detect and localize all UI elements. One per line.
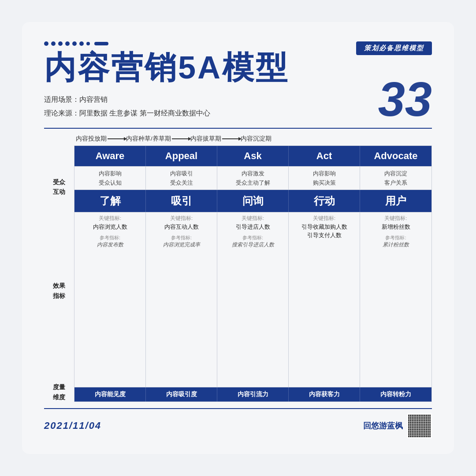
metrics-ask-ref-value: 搜索引导进店人数	[232, 241, 274, 249]
audience-ask: 内容激发受众主动了解	[217, 167, 289, 190]
meta-line-1: 适用场景：内容营销	[44, 93, 432, 106]
footer-brand: 回悠游蓝枫	[363, 420, 403, 431]
blue-mid-row: 了解 吸引 问询 行动 用户	[74, 190, 431, 212]
metrics-advocate-ref-value: 累计粉丝数	[383, 241, 409, 249]
bottom-blue-row: 内容能见度 内容吸引度 内容引流力 内容获客力 内容转粉力	[74, 387, 431, 402]
header-advocate: Advocate	[360, 146, 431, 166]
phase-4: 内容沉淀期	[241, 135, 271, 143]
rl-header-spacer	[44, 156, 74, 175]
dash-1	[94, 42, 108, 45]
arrow-3	[222, 138, 240, 139]
metrics-aware-ref-label: 参考指标:	[100, 234, 120, 241]
audience-ask-text: 内容激发受众主动了解	[236, 170, 270, 186]
metrics-advocate-value: 新增粉丝数	[382, 223, 410, 231]
dot-7	[86, 42, 90, 45]
arrow-2	[172, 138, 190, 139]
metrics-advocate-key-label: 关键指标:	[384, 215, 407, 222]
rl-ref-spacer	[44, 363, 74, 382]
metrics-appeal-value: 内容互动人数	[164, 223, 199, 231]
number-badge: 33	[378, 75, 432, 123]
dot-6	[79, 41, 84, 46]
blue-appeal: 吸引	[146, 190, 217, 212]
phase-1: 内容投放期	[76, 135, 107, 143]
footer-date: 2021/11/04	[44, 420, 101, 431]
meta-section: 适用场景：内容营销 理论来源：阿里数据 生意参谋 第一财经商业数据中心	[44, 93, 432, 120]
header-ask: Ask	[217, 146, 289, 166]
main-title: 内容营销5A模型	[44, 50, 432, 85]
metrics-appeal-key-label: 关键指标:	[170, 215, 193, 222]
metrics-ask-ref-label: 参考指标:	[242, 234, 263, 241]
audience-label-text: 受众互动	[53, 177, 65, 197]
blue-ask: 问询	[217, 190, 289, 212]
metrics-ask-key-label: 关键指标:	[242, 215, 264, 222]
effect-label-text: 效果指标	[53, 281, 65, 301]
audience-appeal-text: 内容吸引受众关注	[170, 170, 193, 186]
metrics-ask: 关键指标: 引导进店人数 参考指标: 搜索引导进店人数	[217, 212, 289, 387]
metrics-row: 关键指标: 内容浏览人数 参考指标: 内容发布数 关键指标: 内容互动人数 参考…	[74, 212, 431, 387]
metrics-aware-value: 内容浏览人数	[93, 223, 127, 231]
audience-row: 内容影响受众认知 内容吸引受众关注 内容激发受众主动了解 内容影响购买决策 内容…	[74, 166, 431, 190]
row-labels: 受众互动 效果指标 度量维度	[44, 145, 74, 402]
measure-label-text: 度量维度	[53, 382, 65, 402]
audience-appeal: 内容吸引受众关注	[146, 167, 217, 190]
arrow-1	[108, 138, 125, 139]
header-row: Aware Appeal Ask Act Advocate	[74, 146, 431, 166]
blue-act: 行动	[289, 190, 360, 212]
audience-advocate-text: 内容沉淀客户关系	[384, 170, 407, 186]
metrics-appeal-ref-label: 参考指标:	[171, 234, 192, 241]
audience-advocate: 内容沉淀客户关系	[360, 167, 431, 190]
metrics-act-value: 引导收藏加购人数 引导支付人数	[301, 223, 347, 240]
audience-aware-text: 内容影响受众认知	[99, 170, 122, 186]
main-table: Aware Appeal Ask Act Advocate 内容影响受众认知 内…	[74, 145, 432, 402]
qr-inner	[408, 414, 431, 437]
bottom-aware: 内容能见度	[74, 387, 146, 402]
footer: 2021/11/04 回悠游蓝枫	[44, 408, 432, 438]
bottom-advocate: 内容转粉力	[360, 387, 431, 402]
blue-advocate: 用户	[360, 190, 431, 212]
metrics-act-key-label: 关键指标:	[313, 215, 335, 222]
bottom-appeal: 内容吸引度	[146, 387, 217, 402]
qr-code	[407, 413, 432, 438]
footer-right: 回悠游蓝枫	[363, 413, 432, 438]
rl-blue-spacer	[44, 198, 74, 219]
rl-measure-label: 度量维度	[44, 382, 74, 402]
meta-line-2: 理论来源：阿里数据 生意参谋 第一财经商业数据中心	[44, 107, 432, 120]
metrics-advocate-ref-label: 参考指标:	[385, 234, 406, 241]
dot-2	[51, 41, 56, 46]
rl-phase-spacer	[44, 145, 74, 156]
audience-act: 内容影响购买决策	[289, 167, 360, 190]
dot-1	[44, 41, 48, 46]
phase-2: 内容种草/养草期	[126, 135, 171, 143]
bottom-act: 内容获客力	[289, 387, 360, 402]
audience-act-text: 内容影响购买决策	[313, 170, 336, 186]
metrics-appeal: 关键指标: 内容互动人数 参考指标: 内容浏览完成率	[146, 212, 217, 387]
main-card: 策划必备思维模型 内容营销5A模型 33 适用场景：内容营销 理论来源：阿里数据…	[22, 22, 454, 454]
header-act: Act	[289, 146, 360, 166]
header-appeal: Appeal	[146, 146, 217, 166]
header-aware: Aware	[74, 146, 146, 166]
metrics-advocate: 关键指标: 新增粉丝数 参考指标: 累计粉丝数	[360, 212, 431, 387]
phase-3: 内容拔草期	[190, 135, 221, 143]
metrics-aware-key-label: 关键指标:	[99, 215, 121, 222]
top-divider	[44, 128, 432, 129]
metrics-appeal-ref-value: 内容浏览完成率	[163, 241, 200, 249]
metrics-aware-ref-value: 内容发布数	[97, 241, 123, 249]
table-wrapper: 受众互动 效果指标 度量维度 Aware Appeal Ask Act Adv	[44, 145, 432, 402]
audience-aware: 内容影响受众认知	[74, 167, 146, 190]
dot-4	[65, 41, 70, 46]
dot-3	[58, 41, 63, 46]
top-badge: 策划必备思维模型	[356, 41, 432, 55]
dot-5	[72, 41, 77, 46]
bottom-ask: 内容引流力	[217, 387, 289, 402]
rl-audience-label: 受众互动	[44, 175, 74, 198]
metrics-act: 关键指标: 引导收藏加购人数 引导支付人数	[289, 212, 360, 387]
rl-effect-label: 效果指标	[44, 219, 74, 363]
phase-row: 内容投放期 内容种草/养草期 内容拔草期 内容沉淀期	[76, 135, 432, 143]
metrics-aware: 关键指标: 内容浏览人数 参考指标: 内容发布数	[74, 212, 146, 387]
metrics-ask-value: 引导进店人数	[236, 223, 270, 231]
blue-aware: 了解	[74, 190, 146, 212]
